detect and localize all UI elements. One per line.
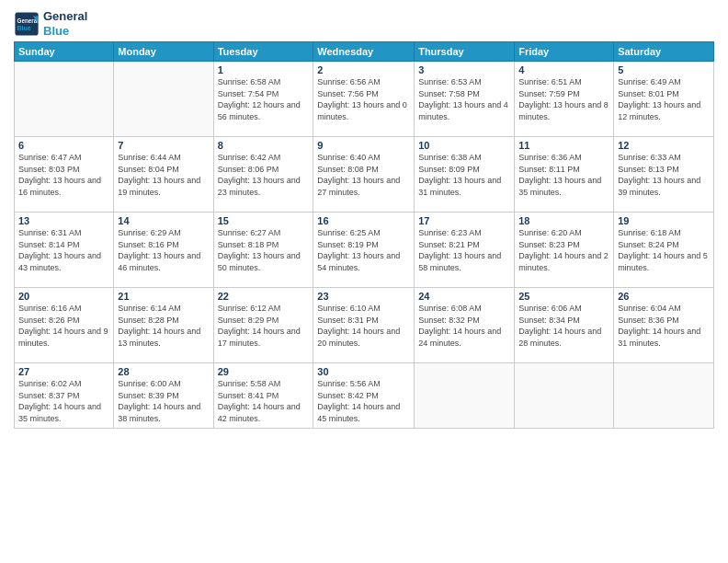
calendar-cell: 28Sunrise: 6:00 AM Sunset: 8:39 PM Dayli…: [114, 363, 213, 428]
weekday-header-saturday: Saturday: [614, 42, 714, 62]
calendar-cell: 22Sunrise: 6:12 AM Sunset: 8:29 PM Dayli…: [213, 288, 313, 363]
day-number: 30: [317, 366, 410, 377]
calendar-cell: [515, 363, 614, 428]
day-number: 25: [518, 291, 609, 302]
day-number: 18: [518, 215, 609, 226]
day-info: Sunrise: 6:14 AM Sunset: 8:28 PM Dayligh…: [118, 303, 209, 349]
calendar-cell: 14Sunrise: 6:29 AM Sunset: 8:16 PM Dayli…: [114, 213, 213, 288]
day-number: 24: [418, 291, 510, 302]
calendar-cell: 19Sunrise: 6:18 AM Sunset: 8:24 PM Dayli…: [614, 213, 714, 288]
day-number: 6: [18, 140, 109, 151]
calendar-cell: 8Sunrise: 6:42 AM Sunset: 8:06 PM Daylig…: [213, 137, 313, 213]
calendar-cell: [614, 363, 714, 428]
logo-text: General Blue: [43, 9, 87, 38]
day-info: Sunrise: 6:10 AM Sunset: 8:31 PM Dayligh…: [317, 303, 410, 349]
calendar-cell: 24Sunrise: 6:08 AM Sunset: 8:32 PM Dayli…: [415, 288, 515, 363]
day-info: Sunrise: 6:44 AM Sunset: 8:04 PM Dayligh…: [118, 152, 209, 198]
calendar-cell: 29Sunrise: 5:58 AM Sunset: 8:41 PM Dayli…: [213, 363, 313, 428]
day-info: Sunrise: 6:56 AM Sunset: 7:56 PM Dayligh…: [317, 76, 410, 122]
svg-text:Blue: Blue: [17, 25, 31, 31]
weekday-header-thursday: Thursday: [415, 42, 515, 62]
day-info: Sunrise: 6:18 AM Sunset: 8:24 PM Dayligh…: [618, 227, 710, 273]
day-number: 20: [18, 291, 109, 302]
day-info: Sunrise: 6:31 AM Sunset: 8:14 PM Dayligh…: [18, 227, 109, 273]
calendar-cell: 23Sunrise: 6:10 AM Sunset: 8:31 PM Dayli…: [313, 288, 415, 363]
calendar-cell: 12Sunrise: 6:33 AM Sunset: 8:13 PM Dayli…: [614, 137, 714, 213]
day-info: Sunrise: 6:00 AM Sunset: 8:39 PM Dayligh…: [118, 378, 209, 424]
day-number: 26: [618, 291, 710, 302]
day-number: 21: [118, 291, 209, 302]
day-info: Sunrise: 6:02 AM Sunset: 8:37 PM Dayligh…: [18, 378, 109, 424]
day-number: 23: [317, 291, 410, 302]
day-number: 9: [317, 140, 410, 151]
day-info: Sunrise: 6:33 AM Sunset: 8:13 PM Dayligh…: [618, 152, 710, 198]
day-number: 4: [518, 64, 609, 75]
day-info: Sunrise: 6:04 AM Sunset: 8:36 PM Dayligh…: [618, 303, 710, 349]
day-number: 29: [218, 366, 310, 377]
day-info: Sunrise: 5:58 AM Sunset: 8:41 PM Dayligh…: [218, 378, 310, 424]
weekday-header-sunday: Sunday: [15, 42, 114, 62]
day-info: Sunrise: 6:25 AM Sunset: 8:19 PM Dayligh…: [317, 227, 410, 273]
day-number: 1: [218, 64, 310, 75]
calendar-cell: 1Sunrise: 6:58 AM Sunset: 7:54 PM Daylig…: [213, 62, 313, 137]
calendar-cell: 9Sunrise: 6:40 AM Sunset: 8:08 PM Daylig…: [313, 137, 415, 213]
calendar-cell: [114, 62, 213, 137]
day-info: Sunrise: 6:51 AM Sunset: 7:59 PM Dayligh…: [518, 76, 609, 122]
day-info: Sunrise: 6:06 AM Sunset: 8:34 PM Dayligh…: [518, 303, 609, 349]
calendar-cell: [15, 62, 114, 137]
day-number: 27: [18, 366, 109, 377]
day-info: Sunrise: 6:20 AM Sunset: 8:23 PM Dayligh…: [518, 227, 609, 273]
weekday-header-tuesday: Tuesday: [213, 42, 313, 62]
day-info: Sunrise: 6:12 AM Sunset: 8:29 PM Dayligh…: [218, 303, 310, 349]
day-info: Sunrise: 6:40 AM Sunset: 8:08 PM Dayligh…: [317, 152, 410, 198]
weekday-header-friday: Friday: [515, 42, 614, 62]
day-number: 22: [218, 291, 310, 302]
calendar-cell: [415, 363, 515, 428]
day-number: 16: [317, 215, 410, 226]
calendar-cell: 13Sunrise: 6:31 AM Sunset: 8:14 PM Dayli…: [15, 213, 114, 288]
day-number: 11: [518, 140, 609, 151]
day-number: 14: [118, 215, 209, 226]
calendar-cell: 5Sunrise: 6:49 AM Sunset: 8:01 PM Daylig…: [614, 62, 714, 137]
day-info: Sunrise: 6:38 AM Sunset: 8:09 PM Dayligh…: [418, 152, 510, 198]
calendar-cell: 15Sunrise: 6:27 AM Sunset: 8:18 PM Dayli…: [213, 213, 313, 288]
calendar-cell: 20Sunrise: 6:16 AM Sunset: 8:26 PM Dayli…: [15, 288, 114, 363]
day-number: 13: [18, 215, 109, 226]
day-info: Sunrise: 6:27 AM Sunset: 8:18 PM Dayligh…: [218, 227, 310, 273]
weekday-header-monday: Monday: [114, 42, 213, 62]
weekday-header-wednesday: Wednesday: [313, 42, 415, 62]
logo: General Blue General Blue: [14, 9, 87, 38]
day-number: 5: [618, 64, 710, 75]
day-number: 7: [118, 140, 209, 151]
day-number: 3: [418, 64, 510, 75]
day-info: Sunrise: 6:08 AM Sunset: 8:32 PM Dayligh…: [418, 303, 510, 349]
day-number: 28: [118, 366, 209, 377]
day-number: 12: [618, 140, 710, 151]
day-number: 15: [218, 215, 310, 226]
day-info: Sunrise: 5:56 AM Sunset: 8:42 PM Dayligh…: [317, 378, 410, 424]
calendar-cell: 2Sunrise: 6:56 AM Sunset: 7:56 PM Daylig…: [313, 62, 415, 137]
day-info: Sunrise: 6:16 AM Sunset: 8:26 PM Dayligh…: [18, 303, 109, 349]
calendar-cell: 7Sunrise: 6:44 AM Sunset: 8:04 PM Daylig…: [114, 137, 213, 213]
day-info: Sunrise: 6:49 AM Sunset: 8:01 PM Dayligh…: [618, 76, 710, 122]
calendar-cell: 3Sunrise: 6:53 AM Sunset: 7:58 PM Daylig…: [415, 62, 515, 137]
calendar-cell: 6Sunrise: 6:47 AM Sunset: 8:03 PM Daylig…: [15, 137, 114, 213]
day-number: 19: [618, 215, 710, 226]
day-number: 10: [418, 140, 510, 151]
calendar-cell: 10Sunrise: 6:38 AM Sunset: 8:09 PM Dayli…: [415, 137, 515, 213]
calendar-cell: 4Sunrise: 6:51 AM Sunset: 7:59 PM Daylig…: [515, 62, 614, 137]
calendar-cell: 26Sunrise: 6:04 AM Sunset: 8:36 PM Dayli…: [614, 288, 714, 363]
day-info: Sunrise: 6:36 AM Sunset: 8:11 PM Dayligh…: [518, 152, 609, 198]
calendar-cell: 17Sunrise: 6:23 AM Sunset: 8:21 PM Dayli…: [415, 213, 515, 288]
day-number: 2: [317, 64, 410, 75]
calendar-cell: 18Sunrise: 6:20 AM Sunset: 8:23 PM Dayli…: [515, 213, 614, 288]
day-number: 17: [418, 215, 510, 226]
calendar-cell: 16Sunrise: 6:25 AM Sunset: 8:19 PM Dayli…: [313, 213, 415, 288]
calendar-cell: 25Sunrise: 6:06 AM Sunset: 8:34 PM Dayli…: [515, 288, 614, 363]
svg-rect-0: [15, 12, 38, 35]
day-info: Sunrise: 6:29 AM Sunset: 8:16 PM Dayligh…: [118, 227, 209, 273]
day-number: 8: [218, 140, 310, 151]
calendar-cell: 27Sunrise: 6:02 AM Sunset: 8:37 PM Dayli…: [15, 363, 114, 428]
day-info: Sunrise: 6:23 AM Sunset: 8:21 PM Dayligh…: [418, 227, 510, 273]
day-info: Sunrise: 6:42 AM Sunset: 8:06 PM Dayligh…: [218, 152, 310, 198]
